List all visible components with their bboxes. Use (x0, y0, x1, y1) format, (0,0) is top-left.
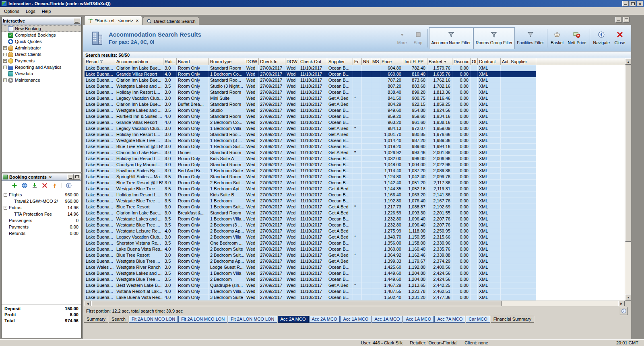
table-row[interactable]: Lake Buena...Westgate Lakes and ...3.5Ro… (85, 216, 536, 222)
bottom-tab-flt-2a-lon-mco-lon[interactable]: Flt 2A LON MCO LON (228, 316, 277, 323)
booking-tree-item-refunds[interactable]: Refunds0.00 (2, 230, 81, 237)
expand-plus-icon[interactable]: + (3, 53, 7, 56)
bottom-tab-flt-2a-lon-mco-lon[interactable]: Flt 2A LON MCO LON (129, 316, 178, 323)
window-minimize-icon[interactable] (622, 1, 629, 6)
table-row[interactable]: Lake Buena...Clarion Inn Lake Bue...3.0B… (85, 101, 536, 107)
table-row[interactable]: Lake Buena...Westgate Lakes and ...3.5Ro… (85, 107, 536, 113)
more-button[interactable]: More (394, 28, 410, 48)
tab-close-icon[interactable]: × (136, 19, 138, 23)
table-row[interactable]: Lake Buena...Grande Villas Resort4.0Room… (85, 119, 536, 126)
sidebar-item-viewdata[interactable]: Viewdata (2, 70, 81, 77)
booking-panel-restore-icon[interactable] (74, 174, 80, 180)
table-row[interactable]: Lake Buena...Lake Buena Vista Res...4.0R… (85, 246, 536, 252)
collapse-minus-icon[interactable]: − (4, 193, 7, 197)
bottom-tab-car-mco[interactable]: Car MCO (466, 316, 490, 323)
table-row[interactable]: Lake Buena...Lake Buena Vista Res...4.0R… (85, 295, 536, 301)
table-row[interactable]: Lake Buena...Legacy Vacation Club...3.0R… (85, 234, 536, 240)
column-header-resort[interactable]: Resort (85, 58, 115, 65)
mdi-minimize-icon[interactable] (615, 17, 622, 23)
info-icon[interactable] (66, 182, 72, 189)
column-header-board[interactable]: Board (177, 58, 209, 65)
booking-tree-item-flights[interactable]: −Flights960.00 (2, 192, 81, 198)
scroll-up-icon[interactable]: ▲ (625, 58, 631, 65)
sidebar-item-reporting-and-analytics[interactable]: +Reporting and Analytics (2, 64, 81, 70)
table-row[interactable]: Lake Buena...Holiday Inn Resort L...3.0R… (85, 89, 536, 95)
sidebar-item-new-booking[interactable]: New Booking (2, 25, 81, 32)
booking-tree-item-travel2-lgw-mco-2[interactable]: Travel2 LGW>MCO 2/960.00 (2, 198, 81, 204)
bottom-tab-acc-1a-mco[interactable]: Acc 1A MCO (372, 316, 402, 323)
column-header-discount[interactable]: Discount (452, 58, 471, 65)
table-row[interactable]: Lake Buena...Courtyard by Marriot...4.0R… (85, 162, 536, 168)
booking-panel-close-icon[interactable]: × (49, 175, 52, 179)
sidebar-item-direct-clients[interactable]: +Direct Clients (2, 51, 81, 58)
table-row[interactable]: Lake Buena...Westgate Blue Tree ...3.5Ro… (85, 198, 536, 204)
expand-plus-icon[interactable]: + (3, 66, 7, 69)
table-row[interactable]: Lake Buena...Grande Villas Resort4.0Room… (85, 71, 536, 77)
column-header-dow[interactable]: DOW (245, 58, 259, 65)
export-icon[interactable] (31, 182, 38, 189)
table-row[interactable]: Lake Buena...Holiday Inn Resort L...3.0R… (85, 156, 536, 162)
column-header-basket[interactable]: Basket (427, 58, 452, 65)
window-maximize-icon[interactable] (630, 1, 636, 6)
bottom-tab-financial-summary[interactable]: Financial Summary (491, 316, 534, 323)
horizontal-scrollbar[interactable]: ◀ ▶ (85, 301, 625, 306)
expand-plus-icon[interactable]: + (3, 46, 7, 50)
table-row[interactable]: Lake Buena...Hawthorn Suites By ...3.0Be… (85, 168, 536, 174)
stop-button[interactable]: Stop (410, 28, 426, 48)
table-row[interactable]: Lake Buena...Westgate Blue Tree ...3.5Ro… (85, 138, 536, 144)
scroll-right-icon[interactable]: ▶ (618, 301, 625, 306)
table-row[interactable]: Lake Buena...Fairfield Inn & Suites ...4… (85, 113, 536, 119)
booking-tree-item-passengers[interactable]: Passengers0 (2, 217, 81, 224)
table-row[interactable]: Lake Buena...Vistana Resort at Lak...4.0… (85, 288, 536, 295)
add-icon[interactable] (11, 182, 18, 189)
panel-collapse-icon[interactable] (74, 18, 80, 24)
table-row[interactable]: Lake Buena...Westgate Lakes and ...3.5Ro… (85, 270, 536, 276)
horizontal-scroll-thumb[interactable] (91, 301, 502, 306)
sidebar-item-quick-quotes[interactable]: Quick Quotes (2, 38, 81, 45)
booking-tree-item-payments[interactable]: Payments0.00 (2, 224, 81, 230)
bottom-tab-flt-2a-lon-mco-lon[interactable]: Flt 2A LON MCO LON (178, 316, 227, 323)
column-header-er[interactable]: Er (353, 58, 362, 65)
column-header-dow[interactable]: DOW (285, 58, 299, 65)
scroll-left-icon[interactable]: ◀ (85, 301, 91, 306)
info-icon[interactable] (620, 307, 628, 315)
bottom-tab-acc-2a-mco[interactable]: Acc 2A MCO (309, 316, 340, 323)
table-row[interactable]: Lake Buena...Best Western Lake B...3.0Ro… (85, 282, 536, 288)
bottom-tab-acc-7a-mco[interactable]: Acc 7A MCO (434, 316, 465, 323)
column-header-of[interactable]: Of (471, 58, 478, 65)
bottom-tab-acc-1a-mco[interactable]: Acc 1A MCO (340, 316, 371, 323)
close-button[interactable]: Close (612, 28, 628, 48)
column-header-rati[interactable]: Rati... (163, 58, 177, 65)
bottom-tab-search[interactable]: Search (109, 316, 128, 323)
table-row[interactable]: Lake Buena...Westgate Leisure Re...4.0Ro… (85, 228, 536, 234)
table-row[interactable]: Lake Buena...Legacy Vacation Club...3.0R… (85, 95, 536, 101)
facilities-filter-button[interactable]: Facilities Filter (515, 28, 546, 48)
column-header-contract[interactable]: Contract (478, 58, 501, 65)
column-header-check-out[interactable]: Check Out (299, 58, 327, 65)
column-header-room-type[interactable]: Room type (209, 58, 245, 65)
table-row[interactable]: Lake Buena...SpringHill Suites – Ma...3.… (85, 174, 536, 180)
column-header-act-supplier[interactable]: Act. Supplier (501, 58, 536, 65)
table-row[interactable]: Lake Buena...Clarion Inn Lake Bue...3.0D… (85, 150, 536, 156)
tab-booking-ref[interactable]: *Book. ref.: <none> × (84, 16, 142, 25)
table-row[interactable]: Lake Buena...Blue Tree Resort3.0Room Onl… (85, 252, 536, 258)
nett-price-button[interactable]: Nett Price (566, 28, 588, 48)
table-row[interactable]: Lake Buena...Holiday Inn Resort L...3.0R… (85, 192, 536, 198)
bottom-tab-acc-1a-mco[interactable]: Acc 1A MCO (403, 316, 434, 323)
move-up-icon[interactable] (52, 182, 58, 189)
menu-help[interactable]: Help (39, 8, 54, 14)
rooms-group-filter-button[interactable]: Rooms Group Filter (473, 27, 515, 49)
bottom-tab-acc-2a-mco[interactable]: Acc 2A MCO (278, 316, 309, 323)
sidebar-item-payments[interactable]: +Payments (2, 58, 81, 64)
table-row[interactable]: Lake Buena...Blue Tree Resort @ LBV3.0Ro… (85, 180, 536, 186)
world-icon[interactable] (21, 182, 28, 189)
column-header-ms[interactable]: MS (371, 58, 380, 65)
booking-tree-item-tta-protection-fee[interactable]: TTA Protection Fee14.96 (2, 211, 81, 217)
table-row[interactable]: Lake Buena...Clarion Inn Lake Bue...3.0R… (85, 65, 536, 71)
column-header-supplier[interactable]: Supplier (327, 58, 353, 65)
collapse-minus-icon[interactable]: − (4, 206, 7, 210)
table-row[interactable]: Lake Buena...Westgate Blue Tree ...3.5Ro… (85, 276, 536, 282)
vertical-scroll-thumb[interactable] (625, 65, 631, 242)
delete-icon[interactable] (41, 182, 48, 189)
table-row[interactable]: Lake Buena...Clarion Inn Lake Bue...3.0B… (85, 210, 536, 216)
